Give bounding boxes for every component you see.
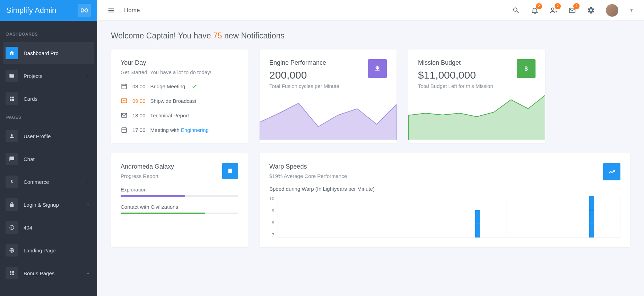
card-subtitle: $19% Average Core Performance [269, 173, 347, 179]
event-label: Meeting with Enginnering [150, 127, 209, 133]
sidebar-item-label: Projects [24, 73, 42, 79]
bar [589, 196, 594, 237]
event-time: 09:00 [132, 98, 146, 104]
grid-icon [6, 92, 18, 105]
avatar[interactable] [606, 4, 618, 17]
search-icon[interactable] [512, 7, 520, 14]
bar-slot [335, 196, 392, 237]
widgets-icon [6, 267, 18, 279]
bar-slot [278, 196, 335, 237]
dollar-icon[interactable]: $ [517, 59, 536, 78]
card-andromeda: Andromeda Galaxy Progress Report Explora… [111, 153, 248, 247]
expand-icon: + [87, 202, 89, 207]
chevron-down-icon[interactable]: ▼ [629, 8, 634, 13]
sidebar-item-bonus[interactable]: Bonus Pages + [3, 262, 94, 284]
event-row[interactable]: 08:00Bridge Meeting [121, 83, 238, 90]
svg-rect-10 [122, 128, 126, 132]
expand-icon: + [87, 270, 89, 276]
person-icon [6, 130, 18, 142]
lock-icon [6, 198, 18, 211]
dollar-icon: $ [6, 176, 18, 188]
trending-up-icon[interactable] [603, 163, 620, 180]
sidebar: Simplify Admin DASHBOARDS Dashboard Pro … [0, 0, 97, 296]
spark-engine [260, 95, 397, 140]
badge: 2 [573, 3, 580, 9]
stat-value: 200,000 [269, 69, 339, 81]
card-title: Your Day [121, 59, 238, 66]
sidebar-item-dashboard[interactable]: Dashboard Pro [3, 42, 94, 64]
event-label: Technical Report [150, 113, 189, 118]
event-row[interactable]: 13:00Technical Report [121, 112, 238, 119]
expand-icon: + [87, 179, 89, 185]
card-budget: Mission Budget $11,000,000 Total Budget … [408, 50, 545, 143]
card-subtitle: Get Started, You have a lot to do today! [121, 69, 238, 75]
stat-value: $11,000,000 [418, 69, 493, 81]
sidebar-item-chat[interactable]: Chat [3, 148, 94, 170]
sidebar-item-cards[interactable]: Cards [3, 88, 94, 109]
card-title: Warp Speeds [269, 163, 347, 170]
card-your-day: Your Day Get Started, You have a lot to … [111, 50, 248, 143]
sidebar-item-projects[interactable]: Projects + [3, 65, 94, 87]
card-title: Engine Performance [269, 59, 339, 66]
notifications-icon[interactable]: 2 [531, 7, 539, 14]
badge: 2 [536, 3, 542, 9]
svg-rect-7 [122, 84, 126, 89]
mail-icon[interactable]: 2 [568, 7, 576, 14]
event-label: Bridge Meeting [150, 83, 185, 89]
event-time: 08:00 [132, 83, 146, 89]
sidebar-item-landing[interactable]: Landing Page [3, 240, 94, 261]
sidebar-item-label: Cards [24, 96, 37, 102]
event-time: 17:00 [132, 127, 146, 133]
home-icon [6, 47, 18, 59]
event-row[interactable]: 17:00Meeting with Enginnering [121, 126, 238, 133]
chart-subtitle: Speed during Warp (In Lightyears per Min… [269, 186, 620, 192]
badge: 2 [555, 3, 561, 9]
sidebar-item-label: Login & Signup [24, 202, 59, 208]
warp-chart: 10987 [269, 196, 620, 237]
sidebar-item-label: Landing Page [24, 248, 56, 253]
sidebar-item-label: Dashboard Pro [24, 50, 59, 56]
progress-bar [121, 195, 238, 197]
bar-slot [506, 196, 564, 237]
topbar: Home 2 2 2 ▼ [97, 0, 644, 21]
event-label: Shipwide Broadcast [150, 98, 197, 104]
brand-bar: Simplify Admin [0, 0, 97, 21]
folder-icon [6, 70, 18, 82]
globe-icon [6, 244, 18, 257]
info-icon [6, 221, 18, 234]
sidebar-item-commerce[interactable]: $ Commerce + [3, 171, 94, 192]
sidebar-section-pages: PAGES [0, 111, 97, 124]
card-title: Mission Budget [418, 59, 493, 66]
welcome-text: Welcome Captain! You have 75 new Notific… [111, 31, 630, 41]
sidebar-section-dashboards: DASHBOARDS [0, 28, 97, 41]
calendar-icon [121, 83, 128, 90]
stat-desc: Total Budget Left for this Mission [418, 83, 493, 89]
sidebar-item-label: Bonus Pages [24, 270, 54, 276]
sidebar-item-label: User Profile [24, 133, 51, 139]
progress-label: Contact with Civilizations [121, 204, 238, 210]
bar-slot [563, 196, 620, 237]
card-title: Andromeda Galaxy [121, 163, 174, 170]
bar-slot [449, 196, 506, 237]
check-icon [191, 83, 198, 89]
event-row[interactable]: 09:00Shipwide Broadcast [121, 97, 238, 104]
sidebar-item-login[interactable]: Login & Signup + [3, 194, 94, 215]
card-engine: Engine Performance 200,000 Total Fusion … [260, 50, 397, 143]
sidebar-item-404[interactable]: 404 [3, 217, 94, 238]
calendar-icon [121, 126, 128, 133]
people-icon[interactable]: 2 [550, 7, 557, 14]
chat-icon [6, 153, 18, 165]
menu-icon[interactable] [107, 7, 115, 14]
infinity-icon[interactable] [78, 4, 91, 17]
gear-icon[interactable] [587, 7, 595, 14]
bookmark-icon[interactable] [222, 163, 238, 179]
svg-text:$: $ [11, 180, 13, 184]
svg-text:$: $ [524, 65, 528, 72]
download-icon[interactable] [368, 59, 387, 78]
sidebar-item-profile[interactable]: User Profile [3, 125, 94, 147]
expand-icon: + [87, 73, 89, 79]
page-title: Home [124, 7, 140, 14]
mail-icon [121, 97, 128, 104]
stat-desc: Total Fusion cycles per Minute [269, 83, 339, 89]
mail-icon [121, 112, 128, 119]
